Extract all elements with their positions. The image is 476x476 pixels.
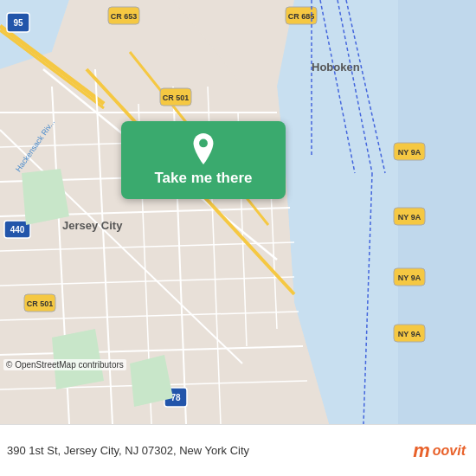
button-overlay: Take me there [121,121,286,199]
take-me-there-label: Take me there [154,170,252,187]
svg-text:95: 95 [13,18,23,28]
moovit-m-letter: m [413,440,430,462]
svg-text:NY 9A: NY 9A [398,273,421,282]
moovit-wordmark: oovit [433,443,466,459]
svg-point-60 [199,139,208,148]
attribution-text: © OpenStreetMap contributors [6,360,124,370]
svg-text:CR 685: CR 685 [288,12,315,21]
osm-attribution: © OpenStreetMap contributors [3,359,126,370]
svg-text:CR 501: CR 501 [163,93,190,102]
svg-text:NY 9A: NY 9A [398,330,421,338]
svg-text:NY 9A: NY 9A [398,213,421,222]
bottom-bar: 390 1st St, Jersey City, NJ 07302, New Y… [0,424,476,476]
svg-text:CR 653: CR 653 [111,12,138,21]
moovit-logo: m oovit [413,440,466,462]
svg-text:Jersey City: Jersey City [62,219,123,232]
location-pin-icon [188,133,219,164]
svg-text:CR 501: CR 501 [27,299,54,308]
address-label: 390 1st St, Jersey City, NJ 07302, New Y… [7,444,413,457]
svg-marker-57 [22,169,69,225]
take-me-there-button[interactable]: Take me there [121,121,286,199]
map-container: CR 653 CR 685 CR 501 95 NY 9A NY 9A NY 9… [0,0,476,424]
svg-text:440: 440 [10,225,25,235]
svg-text:Hoboken: Hoboken [312,61,360,74]
svg-text:NY 9A: NY 9A [398,148,421,157]
